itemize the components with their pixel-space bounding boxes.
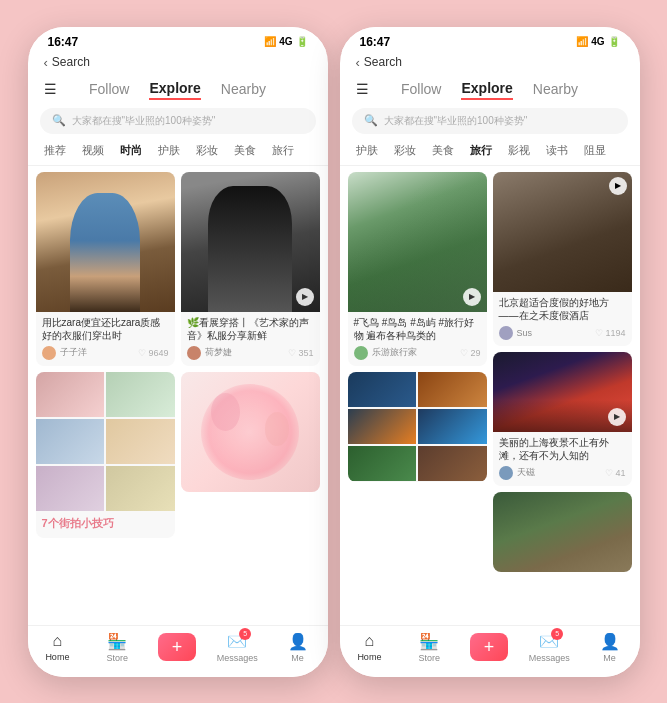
nav-store-label-left: Store [106,653,128,663]
cat-food-r[interactable]: 美食 [424,140,462,161]
card-title-travel-2: 北京超适合度假的好地方——在之禾度假酒店 [499,296,626,322]
card-footer-travel-1: 乐游旅行家 ♡ 29 [354,346,481,360]
back-arrow-left[interactable]: ‹ [44,55,48,70]
nav-store-left[interactable]: 🏪 Store [97,632,137,663]
card-title-travel-3: 美丽的上海夜景不止有外滩，还有不为人知的 [499,436,626,462]
card-body-travel-1: #飞鸟 #鸟岛 #岛屿 #旅行好物 遍布各种鸟类的 乐游旅行家 ♡ 29 [348,312,487,366]
heart-travel-1: ♡ [460,348,468,358]
tab-follow-right[interactable]: Follow [401,79,441,99]
cat-other-r[interactable]: 阻显 [576,140,614,161]
card-body-2: 🌿看展穿搭丨《艺术家的声音》私服分享新鲜 荷梦婕 ♡ 351 [181,312,320,366]
card-travel-2[interactable]: ▶ 北京超适合度假的好地方——在之禾度假酒店 Sus ♡ 1194 [493,172,632,346]
grid-col-right-1: ▶ #飞鸟 #鸟岛 #岛屿 #旅行好物 遍布各种鸟类的 乐游旅行家 ♡ 29 [348,172,487,619]
card-body-travel-2: 北京超适合度假的好地方——在之禾度假酒店 Sus ♡ 1194 [493,292,632,346]
collage-6 [106,466,175,511]
grid-col-left-1: 用比zara便宜还比zara质感好的衣服们穿出时 子子洋 ♡ 9649 [36,172,175,619]
card-fashion-2[interactable]: ▶ 🌿看展穿搭丨《艺术家的声音》私服分享新鲜 荷梦婕 ♡ 351 [181,172,320,366]
nav-messages-left[interactable]: ✉️ 5 Messages [217,632,258,663]
play-btn-2[interactable]: ▶ [296,288,314,306]
card-likes-travel-3: ♡ 41 [605,468,625,478]
nav-tabs-right: ☰ Follow Explore Nearby [340,72,640,104]
nav-home-right[interactable]: ⌂ Home [349,632,389,662]
badge-dot-left: 5 [239,628,251,640]
cat-film-r[interactable]: 影视 [500,140,538,161]
card-likes-1: ♡ 9649 [138,348,168,358]
left-phone: 16:47 📶 4G 🔋 ‹ Search ☰ Follow Explore N… [28,27,328,677]
add-button-left[interactable]: + [158,633,196,661]
home-icon-left: ⌂ [53,632,63,650]
cat-reading-r[interactable]: 读书 [538,140,576,161]
cat-recommend[interactable]: 推荐 [36,140,74,161]
back-arrow-right[interactable]: ‹ [356,55,360,70]
phones-container: 16:47 📶 4G 🔋 ‹ Search ☰ Follow Explore N… [12,11,656,693]
card-fashion-3[interactable]: 7个街拍小技巧 [36,372,175,538]
cat-makeup-r[interactable]: 彩妆 [386,140,424,161]
card-title-3: 7个街拍小技巧 [42,516,169,530]
nav-messages-label-left: Messages [217,653,258,663]
nav-me-right[interactable]: 👤 Me [590,632,630,663]
nav-store-label-right: Store [418,653,440,663]
nav-add-right[interactable]: + [469,633,509,661]
card-travel-5[interactable] [493,492,632,572]
avatar-travel-2 [499,326,513,340]
add-button-right[interactable]: + [470,633,508,661]
tab-nearby-right[interactable]: Nearby [533,79,578,99]
nav-add-left[interactable]: + [157,633,197,661]
menu-icon-right[interactable]: ☰ [356,81,369,97]
collage-3 [36,419,105,464]
tab-follow-left[interactable]: Follow [89,79,129,99]
network-left: 4G [279,36,292,47]
back-label-left[interactable]: Search [52,55,90,69]
nav-me-left[interactable]: 👤 Me [278,632,318,663]
signal-icon-right: 📶 [576,36,588,47]
cat-skincare[interactable]: 护肤 [150,140,188,161]
nav-me-label-right: Me [603,653,616,663]
cat-fashion[interactable]: 时尚 [112,140,150,161]
likes-count-2: 351 [298,348,313,358]
tab-explore-right[interactable]: Explore [461,78,512,100]
search-placeholder-left: 大家都在搜"毕业照的100种姿势" [72,114,216,128]
nav-home-left[interactable]: ⌂ Home [37,632,77,662]
cat-video[interactable]: 视频 [74,140,112,161]
author-travel-2: Sus [517,328,533,338]
cat-food[interactable]: 美食 [226,140,264,161]
card-author-travel-2: Sus [499,326,533,340]
cat-makeup[interactable]: 彩妆 [188,140,226,161]
collage-2 [106,372,175,417]
collage-4 [106,419,175,464]
tab-nearby-left[interactable]: Nearby [221,79,266,99]
card-fashion-4[interactable] [181,372,320,492]
nav-messages-right[interactable]: ✉️ 5 Messages [529,632,570,663]
cat-skincare-r[interactable]: 护肤 [348,140,386,161]
back-label-right[interactable]: Search [364,55,402,69]
card-fashion-1[interactable]: 用比zara便宜还比zara质感好的衣服们穿出时 子子洋 ♡ 9649 [36,172,175,366]
cat-travel[interactable]: 旅行 [264,140,302,161]
nav-store-right[interactable]: 🏪 Store [409,632,449,663]
card-img-travel-5 [493,492,632,572]
menu-icon-left[interactable]: ☰ [44,81,57,97]
play-btn-travel-3[interactable]: ▶ [608,408,626,426]
search-bar-right[interactable]: 🔍 大家都在搜"毕业照的100种姿势" [352,108,628,134]
avatar-travel-1 [354,346,368,360]
card-travel-4[interactable] [348,372,487,482]
card-title-1: 用比zara便宜还比zara质感好的衣服们穿出时 [42,316,169,342]
card-img-travel-1: ▶ [348,172,487,312]
search-bar-left[interactable]: 🔍 大家都在搜"毕业照的100种姿势" [40,108,316,134]
search-icon-left: 🔍 [52,114,66,127]
card-travel-1[interactable]: ▶ #飞鸟 #鸟岛 #岛屿 #旅行好物 遍布各种鸟类的 乐游旅行家 ♡ 29 [348,172,487,366]
back-nav-left[interactable]: ‹ Search [28,53,328,72]
likes-count-1: 9649 [148,348,168,358]
nav-tabs-left: ☰ Follow Explore Nearby [28,72,328,104]
likes-travel-1: 29 [470,348,480,358]
play-btn-travel-2[interactable]: ▶ [609,177,627,195]
content-grid-left: 用比zara便宜还比zara质感好的衣服们穿出时 子子洋 ♡ 9649 [28,166,328,625]
card-travel-3[interactable]: ▶ 美丽的上海夜景不止有外滩，还有不为人知的 天磁 ♡ 41 [493,352,632,486]
avatar-2 [187,346,201,360]
play-btn-travel-1[interactable]: ▶ [463,288,481,306]
heart-travel-2: ♡ [595,328,603,338]
categories-right: 护肤 彩妆 美食 旅行 影视 读书 阻显 [340,140,640,166]
tab-explore-left[interactable]: Explore [149,78,200,100]
status-icons-left: 📶 4G 🔋 [264,36,307,47]
back-nav-right[interactable]: ‹ Search [340,53,640,72]
cat-travel-r[interactable]: 旅行 [462,140,500,161]
